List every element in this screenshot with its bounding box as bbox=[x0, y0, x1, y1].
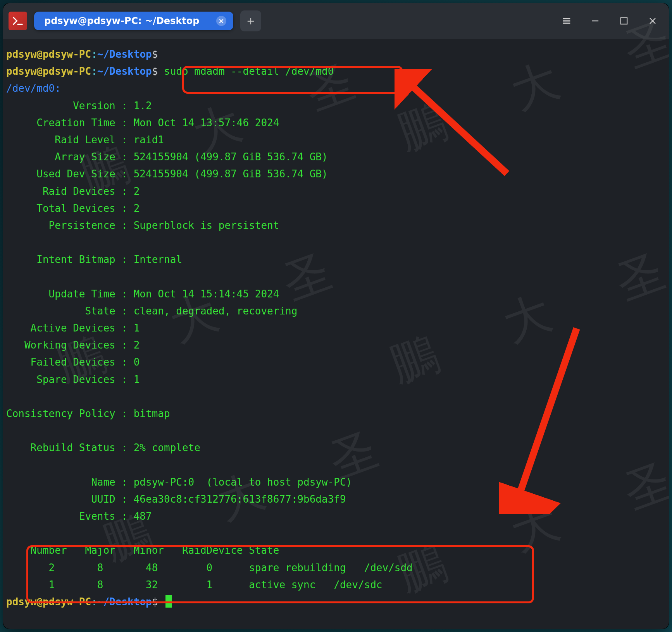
mdadm-fields: Version : 1.2 Creation Time : Mon Oct 14… bbox=[6, 100, 352, 522]
minimize-icon[interactable] bbox=[584, 10, 606, 32]
tab-title: pdsyw@pdsyw-PC: ~/Desktop bbox=[44, 15, 211, 26]
prompt-path: ~/Desktop bbox=[97, 48, 152, 60]
tab-active[interactable]: pdsyw@pdsyw-PC: ~/Desktop × bbox=[34, 12, 233, 30]
svg-rect-0 bbox=[621, 18, 627, 24]
prompt-user: pdsyw@pdsyw-PC bbox=[6, 65, 91, 77]
terminal-body[interactable]: pdsyw@pdsyw-PC:~/Desktop$ pdsyw@pdsyw-PC… bbox=[3, 39, 669, 613]
device-table-header: Number Major Minor RaidDevice State bbox=[6, 544, 279, 556]
titlebar: pdsyw@pdsyw-PC: ~/Desktop × ＋ bbox=[3, 3, 669, 39]
prompt-user: pdsyw@pdsyw-PC bbox=[6, 48, 91, 60]
maximize-icon[interactable] bbox=[613, 10, 635, 32]
tab-close-icon[interactable]: × bbox=[216, 16, 226, 26]
device-table-row: 2 8 48 0 spare rebuilding /dev/sdd bbox=[6, 562, 413, 574]
terminal-window: pdsyw@pdsyw-PC: ~/Desktop × ＋ pdsyw@pdsy… bbox=[3, 3, 669, 629]
prompt-user: pdsyw@pdsyw-PC bbox=[6, 596, 91, 608]
prompt-path: ~/Desktop bbox=[97, 65, 152, 77]
prompt-sep: : bbox=[91, 596, 97, 608]
prompt-symbol: $ bbox=[152, 65, 158, 77]
terminal-app-icon bbox=[9, 12, 27, 30]
prompt-sep: : bbox=[91, 65, 97, 77]
cursor bbox=[165, 595, 172, 608]
device-table-row: 1 8 32 1 active sync /dev/sdc bbox=[6, 579, 383, 591]
prompt-symbol: $ bbox=[152, 596, 158, 608]
close-window-icon[interactable] bbox=[642, 10, 663, 32]
prompt-sep: : bbox=[91, 48, 97, 60]
prompt-path: ~/Desktop bbox=[97, 596, 152, 608]
device-header: /dev/md0: bbox=[6, 82, 61, 94]
command-text: sudo mdadm --detail /dev/md0 bbox=[164, 65, 334, 77]
new-tab-button[interactable]: ＋ bbox=[240, 10, 261, 31]
prompt-symbol: $ bbox=[152, 48, 158, 60]
hamburger-menu-icon[interactable] bbox=[556, 10, 577, 32]
